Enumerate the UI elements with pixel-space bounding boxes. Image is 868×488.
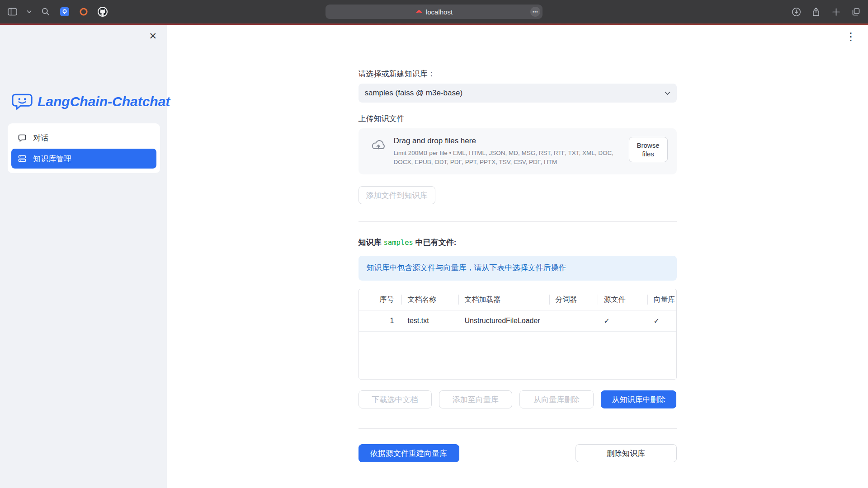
add-to-vector-button[interactable]: 添加至向量库 xyxy=(439,390,512,408)
add-files-to-kb-button[interactable]: 添加文件到知识库 xyxy=(359,186,435,204)
knowledge-base-icon xyxy=(18,154,27,163)
delete-from-vector-button[interactable]: 从向量库删除 xyxy=(519,390,594,408)
cell-name: test.txt xyxy=(401,310,458,331)
site-favicon xyxy=(415,8,423,15)
extension-icon-blue[interactable] xyxy=(60,7,70,17)
table-header-splitter[interactable]: 分词器 xyxy=(549,289,598,310)
file-dropzone[interactable]: Drag and drop files here Limit 200MB per… xyxy=(359,128,677,174)
kb-files-heading: 知识库samples中已有文件: xyxy=(359,237,677,248)
delete-from-kb-button[interactable]: 从知识库中删除 xyxy=(601,390,676,408)
extension-icon-ring[interactable] xyxy=(79,7,89,17)
download-icon[interactable] xyxy=(791,7,801,17)
sidebar-item-knowledge-base[interactable]: 知识库管理 xyxy=(11,149,156,169)
table-row[interactable]: 1 test.txt UnstructuredFileLoader ✓ ✓ xyxy=(359,310,676,332)
cell-index: 1 xyxy=(359,310,401,331)
download-selected-button[interactable]: 下载选中文档 xyxy=(359,390,432,408)
tabs-overview-icon[interactable] xyxy=(851,7,861,17)
browser-toolbar: localhost ⋯ xyxy=(0,0,868,23)
app-logo: LangChain-Chatchat xyxy=(12,93,170,111)
divider xyxy=(359,428,677,429)
upload-cloud-icon xyxy=(370,139,387,153)
cell-vector-check: ✓ xyxy=(647,310,676,331)
app-page: ✕ LangChain-Chatchat 对话 xyxy=(0,25,868,488)
sidebar-item-label: 知识库管理 xyxy=(33,154,71,164)
address-ellipsis-icon[interactable]: ⋯ xyxy=(530,7,540,17)
table-actions: 下载选中文档 添加至向量库 从向量库删除 从知识库中删除 xyxy=(359,390,677,408)
table-header-row: 序号 文档名称 文档加载器 分词器 源文件 向量库 xyxy=(359,289,676,310)
table-header-vector[interactable]: 向量库 xyxy=(647,289,676,310)
upload-label: 上传知识文件 xyxy=(359,113,677,124)
table-header-source[interactable]: 源文件 xyxy=(598,289,647,310)
table-header-name[interactable]: 文档名称 xyxy=(401,289,458,310)
cell-loader: UnstructuredFileLoader xyxy=(458,310,549,331)
main-content: ⋮ 请选择或新建知识库： samples (faiss @ m3e-base) … xyxy=(167,25,868,488)
search-icon[interactable] xyxy=(41,7,51,17)
select-chevron-down-icon xyxy=(665,91,670,95)
divider xyxy=(359,221,677,222)
kb-select[interactable]: samples (faiss @ m3e-base) xyxy=(359,84,677,103)
kb-actions: 依据源文件重建向量库 删除知识库 xyxy=(359,444,677,462)
sidebar-item-dialogue[interactable]: 对话 xyxy=(11,128,156,148)
info-banner: 知识库中包含源文件与向量库，请从下表中选择文件后操作 xyxy=(359,256,677,281)
dropzone-limit-text: Limit 200MB per file • EML, HTML, JSON, … xyxy=(394,149,627,166)
kb-select-value: samples (faiss @ m3e-base) xyxy=(365,89,463,98)
chat-icon xyxy=(18,133,27,142)
logo-text: LangChain-Chatchat xyxy=(38,94,170,109)
browse-files-button[interactable]: Browse files xyxy=(629,137,668,162)
select-kb-label: 请选择或新建知识库： xyxy=(359,69,677,79)
table-header-loader[interactable]: 文档加载器 xyxy=(458,289,549,310)
kb-heading-suffix: 中已有文件: xyxy=(415,238,457,247)
cell-source-check: ✓ xyxy=(598,310,647,331)
sidebar-menu: 对话 知识库管理 xyxy=(8,123,160,173)
sidebar-item-label: 对话 xyxy=(33,133,48,143)
logo-chat-bubble-icon xyxy=(12,93,33,111)
dropzone-title: Drag and drop files here xyxy=(394,136,627,145)
address-bar[interactable]: localhost ⋯ xyxy=(326,5,542,19)
app-menu-kebab-icon[interactable]: ⋮ xyxy=(845,31,856,42)
share-icon[interactable] xyxy=(811,7,821,17)
delete-kb-button[interactable]: 删除知识库 xyxy=(576,444,677,462)
kb-heading-prefix: 知识库 xyxy=(359,238,382,247)
address-url: localhost xyxy=(426,8,453,16)
chevron-down-icon[interactable] xyxy=(26,7,32,17)
sidebar-close-icon[interactable]: ✕ xyxy=(149,31,157,41)
kb-name-code: samples xyxy=(384,239,413,247)
sidebar: ✕ LangChain-Chatchat 对话 xyxy=(0,25,167,488)
extension-icon-github[interactable] xyxy=(98,7,108,17)
new-tab-icon[interactable] xyxy=(831,7,841,17)
rebuild-vector-store-button[interactable]: 依据源文件重建向量库 xyxy=(359,444,459,462)
table-header-index[interactable]: 序号 xyxy=(359,289,401,310)
cell-splitter xyxy=(549,310,598,331)
files-table: 序号 文档名称 文档加载器 分词器 源文件 向量库 1 test.txt Uns… xyxy=(359,289,677,380)
sidebar-toggle-icon[interactable] xyxy=(7,7,17,17)
